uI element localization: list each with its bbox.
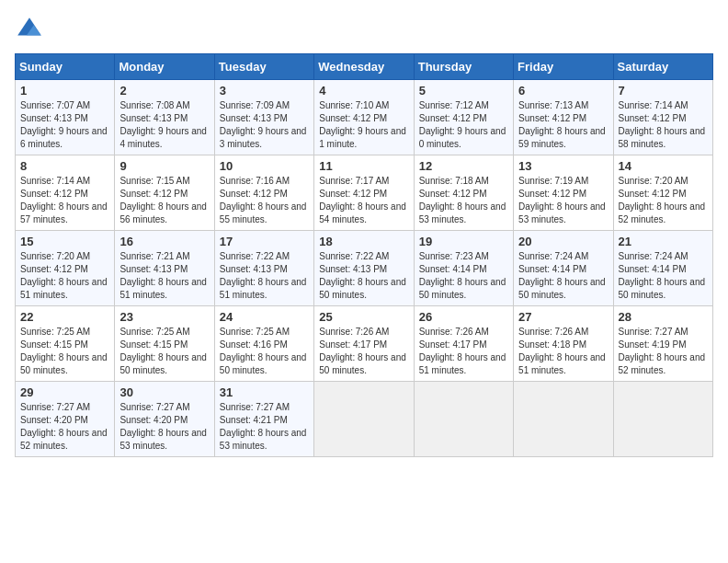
day-info: Sunrise: 7:14 AMSunset: 4:12 PMDaylight:…	[619, 100, 706, 149]
day-number: 22	[20, 310, 109, 324]
calendar-cell: 22 Sunrise: 7:25 AMSunset: 4:15 PMDaylig…	[16, 306, 115, 382]
day-number: 18	[319, 235, 408, 248]
day-info: Sunrise: 7:22 AMSunset: 4:13 PMDaylight:…	[220, 251, 307, 300]
day-info: Sunrise: 7:25 AMSunset: 4:15 PMDaylight:…	[119, 327, 207, 375]
day-info: Sunrise: 7:08 AMSunset: 4:13 PMDaylight:…	[119, 100, 207, 149]
calendar-cell: 26 Sunrise: 7:26 AMSunset: 4:17 PMDaylig…	[414, 306, 513, 382]
calendar-cell: 27 Sunrise: 7:26 AMSunset: 4:18 PMDaylig…	[514, 306, 613, 382]
day-number: 27	[518, 310, 608, 324]
calendar-cell: 7 Sunrise: 7:14 AMSunset: 4:12 PMDayligh…	[613, 80, 712, 155]
calendar-cell: 1 Sunrise: 7:07 AMSunset: 4:13 PMDayligh…	[16, 80, 115, 155]
logo	[15, 15, 48, 44]
day-info: Sunrise: 7:21 AMSunset: 4:13 PMDaylight:…	[119, 251, 207, 300]
day-number: 14	[619, 159, 708, 173]
day-info: Sunrise: 7:25 AMSunset: 4:16 PMDaylight:…	[220, 327, 307, 375]
calendar-cell: 25 Sunrise: 7:26 AMSunset: 4:17 PMDaylig…	[314, 306, 414, 382]
day-info: Sunrise: 7:26 AMSunset: 4:18 PMDaylight:…	[518, 327, 606, 375]
day-number: 4	[319, 84, 408, 98]
day-number: 7	[619, 84, 708, 98]
calendar-cell: 16 Sunrise: 7:21 AMSunset: 4:13 PMDaylig…	[115, 231, 214, 306]
day-info: Sunrise: 7:26 AMSunset: 4:17 PMDaylight:…	[419, 327, 506, 375]
day-info: Sunrise: 7:10 AMSunset: 4:12 PMDaylight:…	[319, 100, 406, 149]
col-header-sunday: Sunday	[16, 54, 115, 80]
day-number: 9	[119, 159, 209, 173]
calendar-header-row: SundayMondayTuesdayWednesdayThursdayFrid…	[16, 54, 713, 80]
col-header-friday: Friday	[514, 54, 613, 80]
calendar-cell: 15 Sunrise: 7:20 AMSunset: 4:12 PMDaylig…	[16, 231, 115, 306]
day-info: Sunrise: 7:09 AMSunset: 4:13 PMDaylight:…	[220, 100, 307, 149]
day-number: 29	[20, 385, 109, 399]
calendar-cell: 11 Sunrise: 7:17 AMSunset: 4:12 PMDaylig…	[314, 155, 414, 231]
logo-icon	[15, 15, 44, 44]
calendar-cell: 5 Sunrise: 7:12 AMSunset: 4:12 PMDayligh…	[414, 80, 513, 155]
day-number: 12	[419, 159, 508, 173]
day-number: 20	[518, 235, 608, 248]
calendar-table: SundayMondayTuesdayWednesdayThursdayFrid…	[15, 53, 713, 457]
day-number: 25	[319, 310, 408, 324]
day-number: 1	[20, 84, 109, 98]
day-info: Sunrise: 7:27 AMSunset: 4:20 PMDaylight:…	[20, 402, 108, 451]
calendar-cell: 24 Sunrise: 7:25 AMSunset: 4:16 PMDaylig…	[214, 306, 313, 382]
day-info: Sunrise: 7:14 AMSunset: 4:12 PMDaylight:…	[20, 176, 108, 224]
calendar-cell	[613, 382, 712, 457]
calendar-cell: 2 Sunrise: 7:08 AMSunset: 4:13 PMDayligh…	[115, 80, 214, 155]
col-header-saturday: Saturday	[613, 54, 712, 80]
calendar-cell: 21 Sunrise: 7:24 AMSunset: 4:14 PMDaylig…	[613, 231, 712, 306]
week-row-4: 22 Sunrise: 7:25 AMSunset: 4:15 PMDaylig…	[16, 306, 713, 382]
calendar-cell: 9 Sunrise: 7:15 AMSunset: 4:12 PMDayligh…	[115, 155, 214, 231]
day-number: 15	[20, 235, 109, 248]
calendar-cell: 18 Sunrise: 7:22 AMSunset: 4:13 PMDaylig…	[314, 231, 414, 306]
day-number: 13	[518, 159, 608, 173]
day-number: 3	[220, 84, 309, 98]
day-number: 2	[119, 84, 209, 98]
calendar-cell: 23 Sunrise: 7:25 AMSunset: 4:15 PMDaylig…	[115, 306, 214, 382]
week-row-1: 1 Sunrise: 7:07 AMSunset: 4:13 PMDayligh…	[16, 80, 713, 155]
calendar-cell: 12 Sunrise: 7:18 AMSunset: 4:12 PMDaylig…	[414, 155, 513, 231]
col-header-wednesday: Wednesday	[314, 54, 414, 80]
calendar-cell: 3 Sunrise: 7:09 AMSunset: 4:13 PMDayligh…	[214, 80, 313, 155]
calendar-cell	[514, 382, 613, 457]
day-number: 23	[119, 310, 209, 324]
week-row-2: 8 Sunrise: 7:14 AMSunset: 4:12 PMDayligh…	[16, 155, 713, 231]
day-info: Sunrise: 7:26 AMSunset: 4:17 PMDaylight:…	[319, 327, 406, 375]
day-info: Sunrise: 7:19 AMSunset: 4:12 PMDaylight:…	[518, 176, 606, 224]
calendar-cell: 8 Sunrise: 7:14 AMSunset: 4:12 PMDayligh…	[16, 155, 115, 231]
day-number: 16	[119, 235, 209, 248]
calendar-cell: 31 Sunrise: 7:27 AMSunset: 4:21 PMDaylig…	[214, 382, 313, 457]
week-row-3: 15 Sunrise: 7:20 AMSunset: 4:12 PMDaylig…	[16, 231, 713, 306]
day-number: 28	[619, 310, 708, 324]
day-number: 19	[419, 235, 508, 248]
day-info: Sunrise: 7:27 AMSunset: 4:19 PMDaylight:…	[619, 327, 706, 375]
calendar-cell: 10 Sunrise: 7:16 AMSunset: 4:12 PMDaylig…	[214, 155, 313, 231]
calendar-cell: 14 Sunrise: 7:20 AMSunset: 4:12 PMDaylig…	[613, 155, 712, 231]
col-header-monday: Monday	[115, 54, 214, 80]
day-number: 10	[220, 159, 309, 173]
day-number: 24	[220, 310, 309, 324]
calendar-cell	[314, 382, 414, 457]
col-header-tuesday: Tuesday	[214, 54, 313, 80]
day-info: Sunrise: 7:17 AMSunset: 4:12 PMDaylight:…	[319, 176, 406, 224]
day-info: Sunrise: 7:13 AMSunset: 4:12 PMDaylight:…	[518, 100, 606, 149]
calendar-cell: 29 Sunrise: 7:27 AMSunset: 4:20 PMDaylig…	[16, 382, 115, 457]
day-info: Sunrise: 7:24 AMSunset: 4:14 PMDaylight:…	[619, 251, 706, 300]
calendar-cell: 28 Sunrise: 7:27 AMSunset: 4:19 PMDaylig…	[613, 306, 712, 382]
day-number: 6	[518, 84, 608, 98]
day-info: Sunrise: 7:16 AMSunset: 4:12 PMDaylight:…	[220, 176, 307, 224]
day-number: 5	[419, 84, 508, 98]
calendar-cell: 19 Sunrise: 7:23 AMSunset: 4:14 PMDaylig…	[414, 231, 513, 306]
day-number: 30	[119, 385, 209, 399]
day-info: Sunrise: 7:15 AMSunset: 4:12 PMDaylight:…	[119, 176, 207, 224]
day-number: 17	[220, 235, 309, 248]
day-number: 31	[220, 385, 309, 399]
page-header	[15, 15, 713, 44]
calendar-cell: 30 Sunrise: 7:27 AMSunset: 4:20 PMDaylig…	[115, 382, 214, 457]
calendar-cell: 20 Sunrise: 7:24 AMSunset: 4:14 PMDaylig…	[514, 231, 613, 306]
day-info: Sunrise: 7:20 AMSunset: 4:12 PMDaylight:…	[619, 176, 706, 224]
day-number: 11	[319, 159, 408, 173]
calendar-cell	[414, 382, 513, 457]
day-info: Sunrise: 7:20 AMSunset: 4:12 PMDaylight:…	[20, 251, 108, 300]
day-number: 8	[20, 159, 109, 173]
day-info: Sunrise: 7:27 AMSunset: 4:20 PMDaylight:…	[119, 402, 207, 451]
col-header-thursday: Thursday	[414, 54, 513, 80]
day-info: Sunrise: 7:18 AMSunset: 4:12 PMDaylight:…	[419, 176, 506, 224]
